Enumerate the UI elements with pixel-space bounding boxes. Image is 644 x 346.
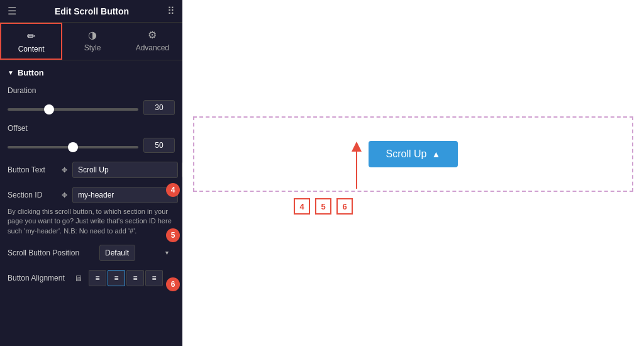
align-center-button[interactable]: ≡ [108, 270, 125, 286]
offset-slider[interactable] [8, 146, 138, 148]
duration-slider[interactable] [8, 108, 138, 111]
canvas: Scroll Up ▲ 4 5 6 [182, 0, 644, 346]
tab-content-label: Content [18, 45, 45, 53]
tab-advanced-label: Advanced [136, 43, 169, 52]
tab-style-label: Style [84, 43, 101, 52]
tab-advanced[interactable]: ⚙ Advanced [123, 23, 182, 60]
section-button-label: Button [18, 68, 44, 77]
section-id-move-icon: ✥ [62, 191, 67, 199]
chevron-up-icon: ▲ [432, 149, 441, 159]
position-select[interactable]: Default Fixed Sticky [99, 245, 135, 261]
section-id-help-text: By clicking this scroll button, to which… [8, 207, 175, 236]
button-text-label: Button Text [8, 165, 58, 174]
arrow-svg [331, 142, 382, 192]
offset-row: Offset [8, 124, 175, 153]
align-left-button[interactable]: ≡ [89, 270, 106, 286]
tabs: ✏ Content ◑ Style ⚙ Advanced [0, 23, 182, 60]
duration-number-input[interactable] [143, 100, 175, 115]
sidebar-header: ☰ Edit Scroll Button ⠿ [0, 0, 182, 23]
arrow-area: 4 5 6 [193, 192, 633, 230]
align-justify-button[interactable]: ≡ [145, 270, 163, 286]
alignment-row: Button Alignment 🖥 ≡ ≡ ≡ ≡ 6 [8, 270, 175, 286]
alignment-label: Button Alignment [8, 274, 70, 282]
section-header-button: ▼ Button [8, 68, 175, 77]
tab-style[interactable]: ◑ Style [62, 23, 122, 60]
grid-icon[interactable]: ⠿ [167, 5, 175, 17]
monitor-icon: 🖥 [74, 274, 82, 283]
style-icon: ◑ [88, 29, 97, 41]
step-badge-6: 6 [336, 198, 353, 215]
section-id-form-row: Section ID ✥ 4 By clicking this scroll b… [8, 187, 175, 236]
button-text-row: Button Text ✥ ≡ [8, 162, 175, 178]
section-id-row: Section ID ✥ 4 [8, 187, 175, 203]
step-badge-4: 4 [294, 198, 310, 215]
advanced-icon: ⚙ [148, 29, 157, 41]
align-right-button[interactable]: ≡ [126, 270, 144, 286]
section-id-label: Section ID [8, 191, 58, 199]
offset-slider-container [8, 138, 175, 153]
scroll-up-button-label: Scroll Up [386, 148, 427, 160]
tab-content[interactable]: ✏ Content [0, 23, 62, 60]
section-arrow-icon: ▼ [8, 69, 14, 76]
badge-5: 5 [166, 228, 180, 242]
offset-slider-wrapper [8, 140, 138, 151]
position-select-wrapper: Default Fixed Sticky [99, 245, 175, 261]
badge-4: 4 [166, 183, 180, 197]
button-text-inner: Button Text ✥ ≡ [8, 162, 175, 178]
badge-6: 6 [166, 277, 180, 291]
move-icon: ✥ [62, 166, 67, 174]
position-row: Scroll Button Position Default Fixed Sti… [8, 245, 175, 261]
button-text-input[interactable] [72, 162, 178, 178]
position-label: Scroll Button Position [8, 248, 96, 257]
step-badges: 4 5 6 [294, 198, 633, 215]
panel-content: ▼ Button Duration Offset [0, 60, 182, 346]
canvas-box: Scroll Up ▲ [193, 116, 633, 192]
duration-label: Duration [8, 86, 175, 95]
step-badge-5: 5 [315, 198, 331, 215]
scroll-up-button[interactable]: Scroll Up ▲ [369, 141, 458, 167]
duration-slider-container [8, 100, 175, 115]
hamburger-icon[interactable]: ☰ [8, 5, 16, 17]
content-icon: ✏ [27, 30, 35, 42]
offset-number-input[interactable] [143, 138, 175, 153]
duration-slider-wrapper [8, 102, 138, 113]
sidebar-title: Edit Scroll Button [16, 6, 167, 16]
duration-row: Duration [8, 86, 175, 115]
sidebar: ☰ Edit Scroll Button ⠿ ✏ Content ◑ Style… [0, 0, 182, 346]
align-buttons: ≡ ≡ ≡ ≡ [89, 270, 163, 286]
offset-label: Offset [8, 124, 175, 133]
section-id-input[interactable] [72, 187, 178, 203]
